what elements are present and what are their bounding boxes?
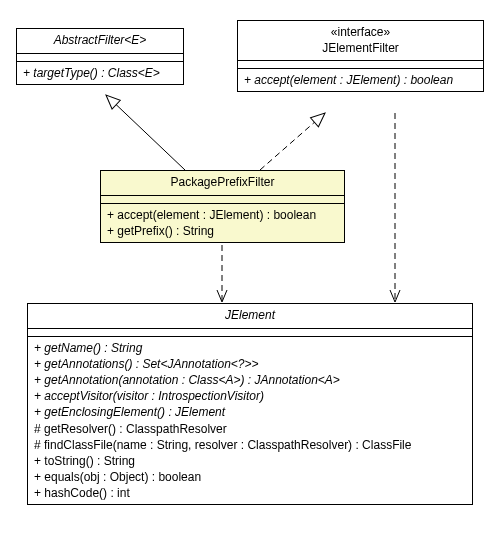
class-member: + getPrefix() : String: [107, 223, 338, 239]
class-member: + getAnnotations() : Set<JAnnotation<?>>: [34, 356, 466, 372]
class-member: + getEnclosingElement() : JElement: [34, 404, 466, 420]
class-member: + equals(obj : Object) : boolean: [34, 469, 466, 485]
class-title: PackagePrefixFilter: [107, 175, 338, 191]
class-member: # getResolver() : ClasspathResolver: [34, 421, 466, 437]
class-jelement-filter: «interface» JElementFilter + accept(elem…: [237, 20, 484, 92]
class-member: + hashCode() : int: [34, 485, 466, 501]
class-jelement: JElement + getName() : String+ getAnnota…: [27, 303, 473, 505]
class-attributes: [238, 61, 483, 69]
class-member: + acceptVisitor(visitor : IntrospectionV…: [34, 388, 466, 404]
class-abstract-filter: AbstractFilter<E> + targetType() : Class…: [16, 28, 184, 85]
class-title: AbstractFilter<E>: [23, 33, 177, 49]
class-member: + accept(element : JElement) : boolean: [244, 72, 477, 88]
class-title: JElement: [34, 308, 466, 324]
class-attributes: [101, 196, 344, 204]
class-member: + targetType() : Class<E>: [23, 65, 177, 81]
class-member: # findClassFile(name : String, resolver …: [34, 437, 466, 453]
class-title: JElementFilter: [244, 41, 477, 57]
class-operations: + targetType() : Class<E>: [17, 62, 183, 84]
edge-generalization: [106, 95, 185, 170]
class-member: + getAnnotation(annotation : Class<A>) :…: [34, 372, 466, 388]
class-member: + toString() : String: [34, 453, 466, 469]
class-attributes: [28, 329, 472, 337]
class-member: + getName() : String: [34, 340, 466, 356]
class-attributes: [17, 54, 183, 62]
class-operations: + accept(element : JElement) : boolean: [238, 69, 483, 91]
class-member: + accept(element : JElement) : boolean: [107, 207, 338, 223]
edge-realization: [260, 113, 325, 170]
class-package-prefix-filter: PackagePrefixFilter + accept(element : J…: [100, 170, 345, 243]
class-operations: + getName() : String+ getAnnotations() :…: [28, 337, 472, 505]
class-operations: + accept(element : JElement) : boolean+ …: [101, 204, 344, 242]
class-stereotype: «interface»: [244, 25, 477, 41]
